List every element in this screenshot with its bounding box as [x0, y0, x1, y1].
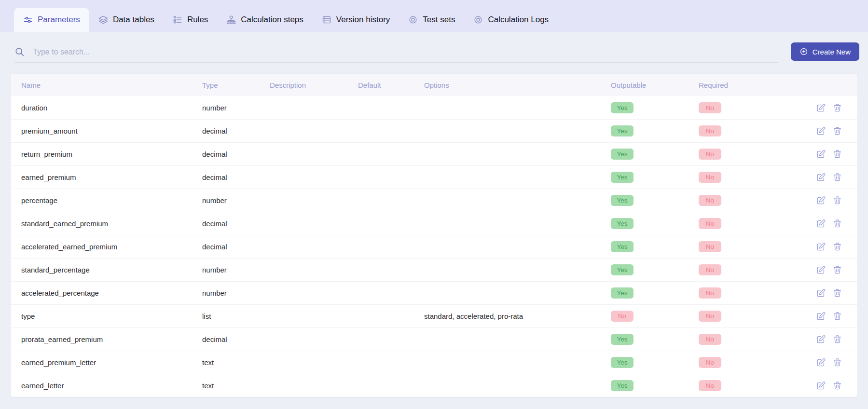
tab-calculation-steps[interactable]: Calculation steps: [217, 8, 312, 32]
param-type: decimal: [202, 243, 270, 251]
param-type: number: [202, 196, 270, 204]
param-name: earned_letter: [11, 382, 202, 390]
table-icon: [322, 15, 331, 25]
edit-icon[interactable]: [816, 358, 826, 367]
edit-icon[interactable]: [816, 335, 826, 344]
param-type: number: [202, 266, 270, 274]
edit-icon[interactable]: [816, 265, 826, 274]
table-header-row: Name Type Description Default Options Ou…: [11, 74, 857, 96]
tab-label: Data tables: [113, 15, 154, 25]
column-header-options: Options: [424, 81, 611, 89]
table-row: prorata_earned_premium decimal Yes No: [11, 327, 857, 351]
table-row: return_premium decimal Yes No: [11, 142, 857, 165]
param-type: text: [202, 382, 270, 390]
param-type: number: [202, 104, 270, 112]
param-type: decimal: [202, 219, 270, 228]
delete-icon[interactable]: [833, 358, 842, 367]
tab-calculation-logs[interactable]: Calculation Logs: [464, 8, 558, 32]
column-header-required: Required: [699, 81, 785, 89]
delete-icon[interactable]: [833, 150, 842, 159]
required-badge: No: [699, 380, 721, 391]
outputable-badge: Yes: [611, 125, 634, 136]
required-badge: No: [699, 125, 721, 136]
plus-circle-icon: [799, 47, 808, 56]
outputable-badge: Yes: [611, 287, 634, 299]
edit-icon[interactable]: [816, 150, 826, 159]
outputable-badge: Yes: [611, 357, 634, 368]
param-name: type: [11, 312, 202, 320]
table-body: duration number Yes No: [11, 96, 857, 397]
tab-version-history[interactable]: Version history: [313, 8, 400, 32]
create-new-label: Create New: [813, 48, 851, 56]
column-header-type: Type: [202, 81, 270, 89]
target-icon: [473, 15, 483, 25]
delete-icon[interactable]: [833, 103, 842, 112]
table-row: earned_premium decimal Yes No: [11, 165, 857, 189]
column-header-outputable: Outputable: [611, 81, 699, 89]
sliders-icon: [23, 15, 33, 25]
delete-icon[interactable]: [833, 335, 842, 344]
delete-icon[interactable]: [833, 381, 842, 390]
param-type: list: [202, 312, 270, 320]
param-name: accelerated_percentage: [11, 289, 202, 297]
delete-icon[interactable]: [833, 196, 842, 205]
table-row: accelerated_earned_premium decimal Yes N…: [11, 235, 857, 258]
param-name: accelerated_earned_premium: [11, 243, 202, 251]
tab-data-tables[interactable]: Data tables: [89, 8, 164, 32]
param-type: decimal: [202, 335, 270, 343]
column-header-default: Default: [358, 81, 424, 89]
edit-icon[interactable]: [816, 381, 826, 390]
outputable-badge: No: [611, 311, 634, 322]
edit-icon[interactable]: [816, 103, 826, 112]
table-row: premium_amount decimal Yes No: [11, 119, 857, 142]
edit-icon[interactable]: [816, 242, 826, 251]
param-name: earned_premium: [11, 173, 202, 181]
param-type: decimal: [202, 127, 270, 135]
edit-icon[interactable]: [816, 173, 826, 182]
edit-icon[interactable]: [816, 312, 826, 321]
param-options: standard, accelerated, pro-rata: [424, 312, 611, 320]
create-new-button[interactable]: Create New: [791, 42, 859, 61]
outputable-badge: Yes: [611, 380, 634, 391]
parameters-table: Name Type Description Default Options Ou…: [11, 74, 857, 397]
param-name: percentage: [11, 196, 202, 204]
edit-icon[interactable]: [816, 288, 826, 298]
outputable-badge: Yes: [611, 172, 634, 183]
edit-icon[interactable]: [816, 219, 826, 228]
tab-label: Calculation steps: [241, 15, 303, 25]
delete-icon[interactable]: [833, 265, 842, 274]
param-type: decimal: [202, 150, 270, 158]
layers-icon: [98, 15, 108, 25]
table-row: standard_earned_premium decimal Yes No: [11, 212, 857, 235]
delete-icon[interactable]: [833, 126, 842, 136]
required-badge: No: [699, 172, 721, 183]
table-row: duration number Yes No: [11, 96, 857, 119]
param-name: earned_premium_letter: [11, 358, 202, 367]
table-row: percentage number Yes No: [11, 189, 857, 212]
delete-icon[interactable]: [833, 242, 842, 251]
param-name: duration: [11, 104, 202, 112]
param-type: number: [202, 289, 270, 297]
delete-icon[interactable]: [833, 173, 842, 182]
tab-label: Parameters: [38, 15, 80, 25]
delete-icon[interactable]: [833, 312, 842, 321]
search-input[interactable]: [33, 48, 778, 56]
tab-label: Calculation Logs: [488, 15, 549, 25]
table-row: type list standard, accelerated, pro-rat…: [11, 304, 857, 327]
required-badge: No: [699, 195, 721, 206]
param-name: premium_amount: [11, 127, 202, 135]
required-badge: No: [699, 241, 721, 252]
edit-icon[interactable]: [816, 126, 826, 136]
outputable-badge: Yes: [611, 102, 634, 113]
tab-label: Rules: [187, 15, 208, 25]
required-badge: No: [699, 287, 721, 299]
table-row: standard_percentage number Yes No: [11, 258, 857, 281]
outputable-badge: Yes: [611, 218, 634, 229]
delete-icon[interactable]: [833, 219, 842, 228]
outputable-badge: Yes: [611, 264, 634, 275]
tab-parameters[interactable]: Parameters: [14, 8, 89, 32]
edit-icon[interactable]: [816, 196, 826, 205]
tab-test-sets[interactable]: Test sets: [399, 8, 464, 32]
tab-rules[interactable]: Rules: [164, 8, 217, 32]
delete-icon[interactable]: [833, 288, 842, 298]
